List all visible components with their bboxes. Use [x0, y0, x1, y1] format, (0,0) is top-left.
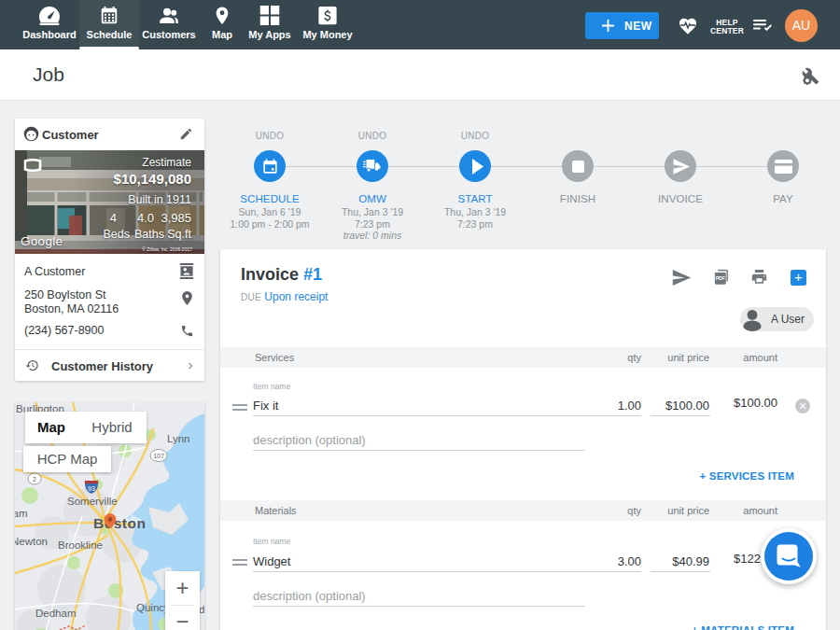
svg-text:PDF: PDF	[716, 275, 725, 281]
svg-text:Somerville: Somerville	[67, 496, 118, 507]
svg-text:107: 107	[153, 453, 164, 459]
svg-text:Brookline: Brookline	[58, 539, 103, 551]
svg-text:Lynn: Lynn	[167, 433, 190, 444]
svg-text:2: 2	[33, 476, 36, 483]
svg-text:Newton: Newton	[15, 536, 48, 547]
svg-text:Boston: Boston	[93, 515, 146, 531]
svg-text:Dedham: Dedham	[35, 608, 76, 619]
svg-text:tham: tham	[15, 508, 28, 519]
svg-text:93: 93	[88, 485, 95, 492]
